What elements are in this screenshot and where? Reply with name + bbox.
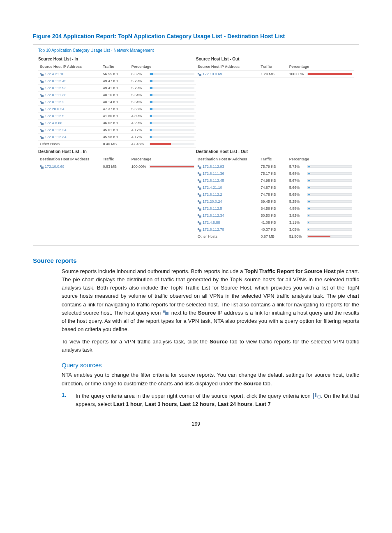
percentage-cell: 5.65%: [288, 191, 354, 198]
percentage-value: 100.00%: [131, 165, 147, 169]
table-row: 172.8.112.4574.98 KB5.67%: [196, 177, 354, 184]
percentage-cell: 51.50%: [288, 233, 354, 240]
ip-address-link[interactable]: 172.8.112.34: [38, 134, 101, 141]
percentage-bar-fill: [308, 173, 310, 174]
table-row: 172.20.0.2447.37 KB5.55%: [38, 106, 196, 113]
ip-address-link[interactable]: 172.20.0.24: [196, 198, 259, 205]
percentage-bar: [150, 143, 194, 145]
percentage-bar-fill: [150, 129, 152, 131]
subsection-query-sources: Query sources: [62, 362, 359, 368]
percentage-bar: [150, 94, 194, 96]
traffic-cell: 1.29 MB: [259, 71, 288, 78]
percentage-bar: [307, 165, 352, 168]
table-row: 172.4.21.1056.55 KB6.62%: [38, 71, 196, 78]
ip-address-link[interactable]: 172.8.111.36: [196, 170, 259, 177]
ordered-list: 1. In the query criteria area in the upp…: [62, 392, 359, 409]
bold-source: Source: [198, 310, 216, 316]
column-header: Traffic: [101, 63, 130, 71]
traffic-cell: 74.78 KB: [259, 191, 288, 198]
traffic-cell: 56.55 KB: [101, 71, 130, 78]
ip-address-link[interactable]: 172.8.112.45: [196, 177, 259, 184]
ip-address-link[interactable]: 172.8.112.34: [196, 212, 259, 219]
column-header: Source Host IP Address: [196, 63, 259, 71]
percentage-cell: 5.79%: [130, 85, 196, 92]
percentage-cell: 5.25%: [288, 198, 354, 205]
percentage-value: 5.55%: [131, 107, 147, 111]
table-row: 172.8.112.7840.37 KB3.05%: [196, 226, 354, 233]
ip-text: 172.8.112.45: [203, 178, 224, 183]
ip-text: 172.20.0.24: [203, 199, 222, 204]
ip-address-link[interactable]: 172.10.0.69: [196, 71, 259, 78]
host-icon: [198, 73, 201, 76]
query-criteria-icon: [313, 393, 320, 399]
page-number: 299: [33, 421, 359, 427]
table-row: 172.8.112.2435.61 KB4.17%: [38, 127, 196, 134]
percentage-cell: 5.64%: [130, 99, 196, 106]
percentage-value: 3.11%: [289, 220, 305, 225]
ip-text: 172.8.112.45: [45, 79, 67, 83]
ip-text: 172.4.8.88: [45, 121, 62, 125]
traffic-cell: 75.79 KB: [259, 163, 288, 170]
ip-address-link[interactable]: 172.4.21.10: [196, 184, 259, 191]
ip-address-link[interactable]: 172.8.112.78: [196, 226, 259, 233]
ip-address-link[interactable]: 172.4.8.88: [38, 120, 101, 127]
other-hosts-cell: Other Hosts: [38, 141, 101, 148]
percentage-bar: [307, 179, 352, 182]
percentage-bar-fill: [308, 166, 310, 167]
ip-text: 172.8.112.5: [203, 206, 222, 211]
percentage-cell: 4.29%: [130, 120, 196, 127]
percentage-bar: [307, 172, 352, 175]
ip-address-link[interactable]: 172.8.112.93: [196, 163, 259, 170]
ip-text: 172.10.0.69: [45, 165, 65, 169]
ip-address-link[interactable]: 172.4.8.88: [196, 219, 259, 226]
percentage-cell: 47.46%: [130, 141, 196, 148]
ip-address-link[interactable]: 172.8.112.2: [196, 191, 259, 198]
ip-address-link[interactable]: 172.10.0.69: [38, 163, 101, 170]
ip-address-link[interactable]: 172.8.112.24: [38, 127, 101, 134]
column-header: Traffic: [101, 155, 130, 163]
data-table: Destination Host IP AddressTrafficPercen…: [196, 155, 354, 240]
body-text: NTA enables you to change the filter cri…: [62, 371, 359, 387]
ip-address-link[interactable]: 172.8.112.45: [38, 78, 101, 85]
host-icon: [198, 186, 201, 190]
text: next to the: [170, 310, 198, 316]
ip-text: 172.8.112.34: [203, 213, 224, 218]
data-table: Source Host IP AddressTrafficPercentage1…: [196, 63, 354, 78]
ip-address-link[interactable]: 172.8.112.5: [196, 205, 259, 212]
percentage-bar: [150, 165, 194, 168]
percentage-value: 4.29%: [131, 121, 147, 125]
host-icon: [198, 165, 201, 169]
bold-topn: TopN Traffic Report for Source Host: [244, 268, 336, 274]
traffic-cell: 0.40 MB: [101, 141, 130, 148]
percentage-value: 4.17%: [131, 135, 147, 139]
percentage-cell: 4.89%: [130, 113, 196, 120]
panel-title: Source Host List - Out: [196, 55, 354, 63]
percentage-bar: [307, 228, 352, 231]
traffic-cell: 35.61 KB: [101, 127, 130, 134]
percentage-value: 4.89%: [131, 114, 147, 118]
table-row: 172.4.8.8836.62 KB4.29%: [38, 120, 196, 127]
percentage-value: 6.62%: [131, 72, 147, 76]
percentage-bar: [307, 73, 352, 75]
ip-address-link[interactable]: 172.8.112.2: [38, 99, 101, 106]
percentage-bar: [307, 193, 352, 196]
table-row: Other Hosts0.40 MB47.46%: [38, 141, 196, 148]
text: In the query criteria area in the upper …: [76, 393, 312, 399]
percentage-bar: [150, 108, 194, 110]
traffic-cell: 49.41 KB: [101, 85, 130, 92]
ip-text: 172.10.0.69: [203, 72, 222, 76]
ip-address-link[interactable]: 172.8.111.36: [38, 92, 101, 99]
ip-address-link[interactable]: 172.4.21.10: [38, 71, 101, 78]
host-icon: [40, 165, 44, 169]
ip-address-link[interactable]: 172.8.112.93: [38, 85, 101, 92]
host-icon: [198, 228, 201, 232]
percentage-bar: [307, 214, 352, 217]
percentage-value: 5.67%: [289, 178, 305, 183]
ip-address-link[interactable]: 172.8.112.5: [38, 113, 101, 120]
panel-title: Destination Host List - Out: [196, 148, 354, 155]
ip-address-link[interactable]: 172.20.0.24: [38, 106, 101, 113]
ip-text: 172.8.112.5: [45, 114, 65, 118]
host-icon: [40, 73, 44, 76]
percentage-cell: 100.00%: [130, 163, 196, 170]
option: Last 1 hour: [113, 401, 142, 407]
